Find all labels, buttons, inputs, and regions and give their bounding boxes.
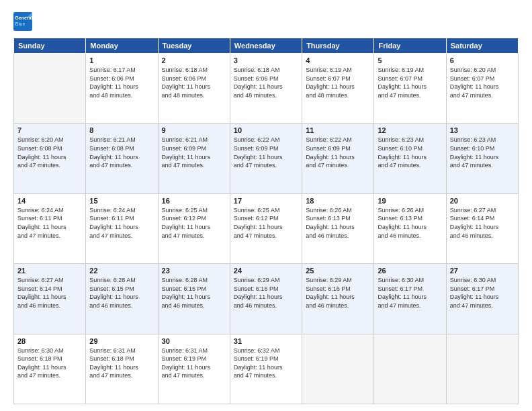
svg-text:General: General (15, 15, 32, 20)
calendar-cell: 30Sunrise: 6:31 AMSunset: 6:19 PMDayligh… (158, 334, 230, 404)
calendar-cell: 18Sunrise: 6:26 AMSunset: 6:13 PMDayligh… (302, 193, 374, 263)
calendar-cell: 23Sunrise: 6:28 AMSunset: 6:15 PMDayligh… (158, 264, 230, 334)
day-number: 8 (89, 126, 154, 134)
calendar-cell: 3Sunrise: 6:18 AMSunset: 6:06 PMDaylight… (230, 54, 302, 124)
calendar-cell: 26Sunrise: 6:30 AMSunset: 6:17 PMDayligh… (374, 264, 446, 334)
calendar-table: SundayMondayTuesdayWednesdayThursdayFrid… (13, 38, 519, 404)
day-number: 27 (450, 267, 515, 275)
day-number: 2 (162, 56, 226, 64)
day-number: 11 (306, 126, 370, 134)
day-number: 16 (162, 197, 226, 205)
calendar-cell: 17Sunrise: 6:25 AMSunset: 6:12 PMDayligh… (230, 193, 302, 263)
calendar-cell: 22Sunrise: 6:28 AMSunset: 6:15 PMDayligh… (86, 264, 158, 334)
calendar-cell: 4Sunrise: 6:19 AMSunset: 6:07 PMDaylight… (302, 54, 374, 124)
day-info: Sunrise: 6:19 AMSunset: 6:07 PMDaylight:… (306, 66, 370, 99)
calendar-cell: 7Sunrise: 6:20 AMSunset: 6:08 PMDaylight… (14, 124, 86, 193)
day-info: Sunrise: 6:25 AMSunset: 6:12 PMDaylight:… (162, 206, 226, 240)
calendar-cell (14, 54, 86, 124)
day-number: 4 (306, 56, 370, 64)
day-info: Sunrise: 6:18 AMSunset: 6:06 PMDaylight:… (162, 66, 226, 99)
weekday-header-monday: Monday (86, 38, 158, 54)
day-info: Sunrise: 6:24 AMSunset: 6:11 PMDaylight:… (89, 206, 154, 240)
calendar-cell: 31Sunrise: 6:32 AMSunset: 6:19 PMDayligh… (230, 334, 302, 404)
day-number: 26 (378, 267, 442, 275)
calendar-cell (302, 334, 374, 404)
day-number: 3 (234, 56, 298, 64)
calendar-cell: 29Sunrise: 6:31 AMSunset: 6:18 PMDayligh… (86, 334, 158, 404)
day-info: Sunrise: 6:30 AMSunset: 6:18 PMDaylight:… (17, 347, 82, 380)
calendar-cell: 15Sunrise: 6:24 AMSunset: 6:11 PMDayligh… (86, 193, 158, 263)
week-row-3: 14Sunrise: 6:24 AMSunset: 6:11 PMDayligh… (14, 193, 519, 263)
calendar-cell: 14Sunrise: 6:24 AMSunset: 6:11 PMDayligh… (14, 193, 86, 263)
calendar-cell: 5Sunrise: 6:19 AMSunset: 6:07 PMDaylight… (374, 54, 446, 124)
calendar-cell (446, 334, 518, 404)
day-info: Sunrise: 6:22 AMSunset: 6:09 PMDaylight:… (234, 136, 298, 169)
day-info: Sunrise: 6:31 AMSunset: 6:19 PMDaylight:… (162, 347, 226, 380)
day-number: 6 (450, 56, 515, 64)
calendar-cell: 9Sunrise: 6:21 AMSunset: 6:09 PMDaylight… (158, 124, 230, 193)
calendar-cell: 11Sunrise: 6:22 AMSunset: 6:09 PMDayligh… (302, 124, 374, 193)
week-row-4: 21Sunrise: 6:27 AMSunset: 6:14 PMDayligh… (14, 264, 519, 334)
weekday-header-thursday: Thursday (302, 38, 374, 54)
day-number: 23 (162, 267, 226, 275)
day-number: 1 (89, 56, 154, 64)
header: General Blue (13, 12, 519, 31)
day-info: Sunrise: 6:18 AMSunset: 6:06 PMDaylight:… (234, 66, 298, 99)
calendar-cell: 2Sunrise: 6:18 AMSunset: 6:06 PMDaylight… (158, 54, 230, 124)
day-info: Sunrise: 6:26 AMSunset: 6:13 PMDaylight:… (306, 206, 370, 240)
calendar-cell: 16Sunrise: 6:25 AMSunset: 6:12 PMDayligh… (158, 193, 230, 263)
day-info: Sunrise: 6:30 AMSunset: 6:17 PMDaylight:… (378, 276, 442, 310)
day-number: 30 (162, 337, 226, 345)
day-info: Sunrise: 6:21 AMSunset: 6:08 PMDaylight:… (89, 136, 154, 169)
calendar-cell: 19Sunrise: 6:26 AMSunset: 6:13 PMDayligh… (374, 193, 446, 263)
day-info: Sunrise: 6:24 AMSunset: 6:11 PMDaylight:… (17, 206, 82, 240)
calendar-cell: 27Sunrise: 6:30 AMSunset: 6:17 PMDayligh… (446, 264, 518, 334)
day-number: 31 (234, 337, 298, 345)
day-number: 12 (378, 126, 442, 134)
day-number: 13 (450, 126, 515, 134)
day-number: 24 (234, 267, 298, 275)
day-number: 5 (378, 56, 442, 64)
weekday-header-tuesday: Tuesday (158, 38, 230, 54)
day-number: 19 (378, 197, 442, 205)
calendar-cell: 6Sunrise: 6:20 AMSunset: 6:07 PMDaylight… (446, 54, 518, 124)
weekday-header-friday: Friday (374, 38, 446, 54)
day-number: 21 (17, 267, 82, 275)
day-number: 28 (17, 337, 82, 345)
week-row-1: 1Sunrise: 6:17 AMSunset: 6:06 PMDaylight… (14, 54, 519, 124)
logo-icon: General Blue (13, 12, 32, 31)
calendar-cell: 20Sunrise: 6:27 AMSunset: 6:14 PMDayligh… (446, 193, 518, 263)
day-info: Sunrise: 6:17 AMSunset: 6:06 PMDaylight:… (89, 66, 154, 99)
day-info: Sunrise: 6:28 AMSunset: 6:15 PMDaylight:… (162, 276, 226, 310)
day-info: Sunrise: 6:27 AMSunset: 6:14 PMDaylight:… (450, 206, 515, 240)
day-info: Sunrise: 6:25 AMSunset: 6:12 PMDaylight:… (234, 206, 298, 240)
weekday-header-sunday: Sunday (14, 38, 86, 54)
day-info: Sunrise: 6:23 AMSunset: 6:10 PMDaylight:… (450, 136, 515, 169)
day-info: Sunrise: 6:27 AMSunset: 6:14 PMDaylight:… (17, 276, 82, 310)
day-number: 7 (17, 126, 82, 134)
calendar-cell (374, 334, 446, 404)
svg-text:Blue: Blue (15, 21, 25, 26)
day-info: Sunrise: 6:28 AMSunset: 6:15 PMDaylight:… (89, 276, 154, 310)
day-info: Sunrise: 6:22 AMSunset: 6:09 PMDaylight:… (306, 136, 370, 169)
week-row-2: 7Sunrise: 6:20 AMSunset: 6:08 PMDaylight… (14, 124, 519, 193)
calendar-cell: 10Sunrise: 6:22 AMSunset: 6:09 PMDayligh… (230, 124, 302, 193)
day-number: 20 (450, 197, 515, 205)
day-info: Sunrise: 6:19 AMSunset: 6:07 PMDaylight:… (378, 66, 442, 99)
day-info: Sunrise: 6:29 AMSunset: 6:16 PMDaylight:… (306, 276, 370, 310)
calendar-cell: 21Sunrise: 6:27 AMSunset: 6:14 PMDayligh… (14, 264, 86, 334)
day-number: 29 (89, 337, 154, 345)
calendar-cell: 12Sunrise: 6:23 AMSunset: 6:10 PMDayligh… (374, 124, 446, 193)
calendar-cell: 25Sunrise: 6:29 AMSunset: 6:16 PMDayligh… (302, 264, 374, 334)
week-row-5: 28Sunrise: 6:30 AMSunset: 6:18 PMDayligh… (14, 334, 519, 404)
day-info: Sunrise: 6:23 AMSunset: 6:10 PMDaylight:… (378, 136, 442, 169)
day-info: Sunrise: 6:20 AMSunset: 6:07 PMDaylight:… (450, 66, 515, 99)
day-number: 15 (89, 197, 154, 205)
calendar-cell: 28Sunrise: 6:30 AMSunset: 6:18 PMDayligh… (14, 334, 86, 404)
day-number: 18 (306, 197, 370, 205)
calendar-cell: 13Sunrise: 6:23 AMSunset: 6:10 PMDayligh… (446, 124, 518, 193)
day-info: Sunrise: 6:20 AMSunset: 6:08 PMDaylight:… (17, 136, 82, 169)
calendar-cell: 8Sunrise: 6:21 AMSunset: 6:08 PMDaylight… (86, 124, 158, 193)
day-info: Sunrise: 6:21 AMSunset: 6:09 PMDaylight:… (162, 136, 226, 169)
day-number: 25 (306, 267, 370, 275)
